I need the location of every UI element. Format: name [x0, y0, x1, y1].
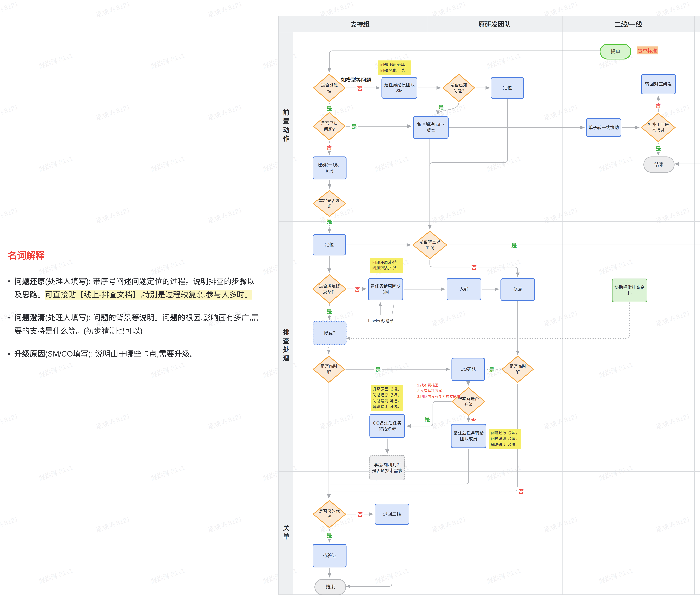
node-label: 是否满足修复条件: [318, 283, 340, 295]
bullet-icon: •: [8, 275, 10, 301]
task-create-for-team-sm-1[interactable]: 建任务给原团队SM: [381, 77, 417, 99]
blocks-defect-annotation: blocks 缺陷单: [368, 317, 394, 323]
glossary-item: • 问题还原(处理人填写): 带序号阐述问题定位的过程。说明排查的步骤以及思路。…: [8, 275, 260, 301]
node-label: 结束: [325, 584, 335, 590]
edge-label-yes: 是: [350, 123, 358, 130]
glossary-text: 问题澄清(处理人填写): 问题的背景等说明。问题的根因,影响面有多广,需要的支持…: [14, 311, 260, 337]
glossary-term: 问题澄清: [14, 313, 45, 322]
task-co-confirm[interactable]: CO确认: [451, 358, 485, 381]
decision-temp-solution-left[interactable]: 是否临时解: [312, 356, 345, 383]
node-label: 是否已知问题?: [448, 82, 469, 94]
node-label: 李超/刘利判断是否转技术需求: [372, 462, 403, 474]
note-line: 升级原因:必填。: [373, 386, 401, 392]
edge-label-yes: 是: [325, 104, 333, 112]
node-label: 提单: [611, 48, 620, 55]
node-label: 待验证: [323, 553, 336, 559]
decision-patch-passed[interactable]: 打补丁后是否通过: [641, 113, 676, 142]
edge-label-no: 否: [356, 84, 364, 92]
task-note-transfer-team-member[interactable]: 备注后任务转给团队成员: [451, 424, 486, 448]
end-node-top[interactable]: 结束: [644, 156, 675, 173]
decision-temp-solution-right[interactable]: 是否临时解: [501, 356, 534, 383]
edge-label-yes: 是: [326, 217, 333, 225]
task-locate-1[interactable]: 定位: [491, 77, 524, 99]
node-label: 是否能处理: [319, 82, 340, 94]
edge-label-no: 否: [654, 101, 662, 109]
red-reason-line: 3.团队内没有能力独立解决: [417, 394, 460, 399]
node-label: 结束: [654, 161, 664, 168]
task-co-note-transfer-huantao[interactable]: CO备注后任务转给焕涛: [370, 414, 405, 438]
task-pending-verify[interactable]: 待验证: [312, 544, 347, 567]
task-assist-provide-materials[interactable]: 协助提供排查资料: [612, 279, 647, 302]
node-label: 入群: [459, 286, 469, 292]
red-reason-line: 1.找不到根因: [417, 382, 460, 388]
note-upgrade-fields: 升级原因:必填。 问题还原:必填。 问题澄清:可选。 解法说明:可选。: [371, 385, 403, 411]
note-line: 问题澄清:必填。: [491, 436, 519, 442]
glossary-body: (处理人填写): 问题的背景等说明。问题的根因,影响面有多广,需要的支持是什么等…: [14, 313, 259, 335]
decision-convert-requirement[interactable]: 是否转需求(PO): [412, 231, 447, 259]
task-transfer-firstline-assist[interactable]: 单子转一线协助: [586, 118, 621, 137]
end-node-bottom[interactable]: 结束: [315, 579, 346, 595]
node-label: 是否修改代码: [319, 508, 340, 520]
edge-label-no: 否: [356, 510, 364, 518]
note-line: 问题澄清:可选。: [373, 398, 401, 404]
decision-known-issue-2[interactable]: 是否已知问题?: [313, 112, 346, 140]
page-canvas: 扈焕涛 8121扈焕涛 8121扈焕涛 8121扈焕涛 8121扈焕涛 8121…: [0, 0, 700, 596]
node-label: CO确认: [460, 366, 476, 372]
glossary-text: 升级原因(SM/CO填写): 说明由于哪些卡点,需要升级。: [14, 347, 197, 361]
task-note-hotfix-version[interactable]: 备注解决hotfix版本: [413, 116, 449, 139]
note-restore-optional: 问题还原:必填。 问题澄清:可选。: [378, 60, 411, 75]
start-node-submit-ticket[interactable]: 提单: [600, 44, 631, 59]
note-member-fields: 问题还原:必填。 问题澄清:必填。 解法说明:必填。: [489, 429, 521, 449]
glossary-highlight: 可直接贴【线上-排查文档】,特别是过程较复杂,参与人多时。: [45, 290, 252, 300]
decision-local-reproduce[interactable]: 本地是否复现: [312, 190, 346, 217]
task-fixed-question[interactable]: 修复?: [312, 321, 347, 345]
edge-label-yes: 是: [437, 103, 445, 110]
glossary-item: • 问题澄清(处理人填写): 问题的背景等说明。问题的根因,影响面有多广,需要的…: [8, 311, 260, 337]
note-line: 问题澄清:可选。: [372, 265, 401, 271]
decision-can-handle[interactable]: 是否能处理: [313, 74, 346, 102]
edge-label-yes: 是: [654, 144, 662, 152]
node-label: 修复?: [324, 330, 335, 336]
edge-label-no: 否: [470, 263, 478, 271]
edge-label-yes: 是: [325, 307, 333, 315]
glossary-term: 升级原因: [14, 349, 45, 358]
node-label: 退回二线: [383, 511, 401, 517]
decision-known-issue-1[interactable]: 是否已知问题?: [443, 74, 475, 102]
task-locate-2[interactable]: 定位: [312, 234, 346, 255]
glossary-term: 问题还原: [14, 277, 45, 286]
glossary-text: 问题还原(处理人填写): 带序号阐述问题定位的过程。说明排查的步骤以及思路。可直…: [14, 275, 260, 301]
task-fix[interactable]: 修复: [500, 278, 535, 301]
edge-label-yes: 是: [374, 365, 382, 373]
task-return-secondline[interactable]: 退回二线: [375, 503, 409, 525]
node-label: 备注解决hotfix版本: [415, 122, 447, 133]
node-label: 是否临时解: [319, 363, 339, 375]
node-label: 本地是否复现: [319, 198, 340, 209]
node-label: 根本解是否升级: [458, 396, 479, 408]
edge-label-no: 否: [517, 487, 525, 495]
task-lichao-liuli-judge[interactable]: 李超/刘利判断是否转技术需求: [370, 455, 405, 481]
node-label: 修复: [513, 287, 522, 292]
decision-code-changed[interactable]: 是否修改代码: [312, 500, 346, 528]
task-create-group[interactable]: 建群(一线、tac): [312, 156, 347, 179]
node-label: 建群(一线、tac): [315, 162, 344, 174]
glossary-heading: 名词解释: [8, 248, 260, 261]
ticket-standard-tag: 提单标准: [637, 47, 658, 54]
edge-label-yes: 是: [488, 365, 496, 373]
node-label: 定位: [503, 85, 512, 91]
task-create-for-team-sm-2[interactable]: 建任务给原团队SM: [368, 278, 403, 301]
red-reason-line: 2.没有解决方案: [417, 388, 460, 394]
node-label: 定位: [325, 242, 334, 248]
task-join-group[interactable]: 入群: [447, 278, 481, 301]
node-label: 是否已知问题?: [319, 120, 340, 132]
glossary-body: (SM/CO填写): 说明由于哪些卡点,需要升级。: [45, 349, 197, 358]
node-label: 建任务给原团队SM: [383, 82, 415, 94]
decision-fix-conditions-met[interactable]: 是否满足修复条件: [312, 274, 347, 304]
upgrade-reasons-list: 1.找不到根因 2.没有解决方案 3.团队内没有能力独立解决: [417, 382, 460, 399]
note-restore-optional-2: 问题还原:必填。 问题澄清:可选。: [370, 258, 403, 273]
note-line: 问题还原:必填。: [380, 62, 409, 68]
node-label: 打补丁后是否通过: [647, 122, 670, 133]
task-return-to-dev[interactable]: 转回对应研发: [641, 74, 676, 94]
node-label: 是否转需求(PO): [419, 239, 441, 251]
edge-label-yes: 是: [424, 415, 431, 423]
note-line: 问题澄清:可选。: [380, 68, 409, 74]
